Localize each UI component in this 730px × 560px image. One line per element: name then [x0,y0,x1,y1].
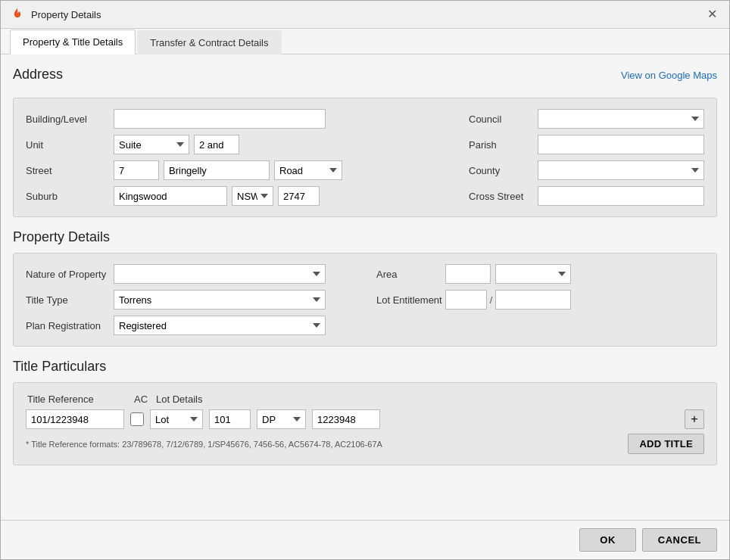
title-type-label: Title Type [26,294,109,306]
title-data-row: Lot SP DP SP CP + [26,409,704,429]
add-title-button[interactable]: ADD TITLE [628,434,704,454]
google-maps-link[interactable]: View on Google Maps [621,70,717,81]
parish-input[interactable] [538,135,704,154]
property-fields-grid: Nature of Property Title Type Torrens Ol… [26,264,704,335]
plan-registration-label: Plan Registration [26,320,109,331]
title-bar: Property Details ✕ [1,1,729,29]
close-button[interactable]: ✕ [704,7,720,22]
lot-entitlement-label: Lot Entitlement [376,294,442,306]
area-row: Area sqm ha [376,264,704,284]
street-name-input[interactable] [164,160,270,180]
app-icon [10,7,25,22]
property-details-dialog: Property Details ✕ Property & Title Deta… [0,0,730,560]
col-header-lot-details: Lot Details [156,394,202,405]
unit-number-input[interactable] [194,135,239,154]
ok-button[interactable]: OK [579,528,636,552]
title-ref-input[interactable] [26,409,124,429]
title-formats-note: * Title Reference formats: 23/789678, 7/… [26,440,628,449]
property-right-col: Area sqm ha Lot Entitlement / [376,264,704,310]
plan-number-input[interactable] [312,409,380,429]
street-label: Street [26,165,109,176]
plan-registration-select[interactable]: Registered Unregistered [114,316,326,335]
address-header: Address View on Google Maps [13,67,717,90]
title-particulars-section: Title Reference AC Lot Details Lot SP DP… [13,382,717,465]
title-type-select[interactable]: Torrens Old System Strata [114,290,326,310]
ac-checkbox[interactable] [130,412,144,426]
dialog-title: Property Details [31,9,101,20]
address-title: Address [13,67,63,82]
building-level-input[interactable] [114,109,326,129]
lot-type-select[interactable]: Lot SP [150,409,203,429]
suburb-crossstreet-row: Suburb NSW VIC QLD Cross Street [26,186,704,206]
street-type-select[interactable]: Road Street Avenue Drive [274,160,342,180]
add-row-button[interactable]: + [685,409,704,429]
title-type-row: Title Type Torrens Old System Strata [26,290,354,310]
unit-type-select[interactable]: Suite Unit Apt [114,135,189,154]
property-details-section: Nature of Property Title Type Torrens Ol… [13,253,717,347]
area-unit-select[interactable]: sqm ha [495,264,571,284]
lot-entitlement-val1-input[interactable] [445,290,487,310]
street-number-input[interactable] [114,160,159,180]
lot-number-input[interactable] [209,409,251,429]
building-council-row: Building/Level Council [26,109,704,129]
tab-property-title[interactable]: Property & Title Details [10,30,136,54]
county-select[interactable] [538,160,704,180]
title-cols-header: Title Reference AC Lot Details [26,394,704,405]
title-bottom-row: * Title Reference formats: 23/789678, 7/… [26,434,704,454]
nature-of-property-row: Nature of Property [26,264,354,284]
tabs-bar: Property & Title Details Transfer & Cont… [1,29,729,54]
plan-type-select[interactable]: DP SP CP [257,409,306,429]
title-particulars-title: Title Particulars [13,359,717,375]
area-value-input[interactable] [445,264,491,284]
col-header-title-ref: Title Reference [27,394,126,405]
property-left-col: Nature of Property Title Type Torrens Ol… [26,264,354,335]
cross-street-label: Cross Street [469,191,533,202]
unit-label: Unit [26,139,109,151]
council-select[interactable] [538,109,704,129]
unit-parish-row: Unit Suite Unit Apt Parish [26,135,704,154]
street-county-row: Street Road Street Avenue Drive County [26,160,704,180]
council-label: Council [469,114,533,125]
dialog-body: Address View on Google Maps Building/Lev… [1,54,729,520]
cancel-button[interactable]: CANCEL [642,528,717,552]
postcode-input[interactable] [278,186,320,206]
suburb-label: Suburb [26,191,109,202]
lot-entitlement-val2-input[interactable] [495,290,571,310]
dialog-footer: OK CANCEL [1,520,729,559]
state-select[interactable]: NSW VIC QLD [232,186,273,206]
tab-transfer-contract[interactable]: Transfer & Contract Details [137,30,281,54]
address-section: Building/Level Council Unit Suite Unit A… [13,98,717,217]
parish-label: Parish [469,139,533,151]
nature-property-label: Nature of Property [26,269,109,280]
building-level-label: Building/Level [26,114,109,125]
title-bar-left: Property Details [10,7,101,22]
col-header-ac: AC [132,394,150,405]
area-label: Area [376,269,441,280]
nature-property-select[interactable] [114,264,326,284]
slash-divider: / [490,294,493,306]
cross-street-input[interactable] [538,186,704,206]
suburb-input[interactable] [114,186,227,206]
lot-entitlement-row: Lot Entitlement / [376,290,704,310]
property-details-title: Property Details [13,229,717,245]
plan-registration-row: Plan Registration Registered Unregistere… [26,316,354,335]
county-label: County [469,165,533,176]
